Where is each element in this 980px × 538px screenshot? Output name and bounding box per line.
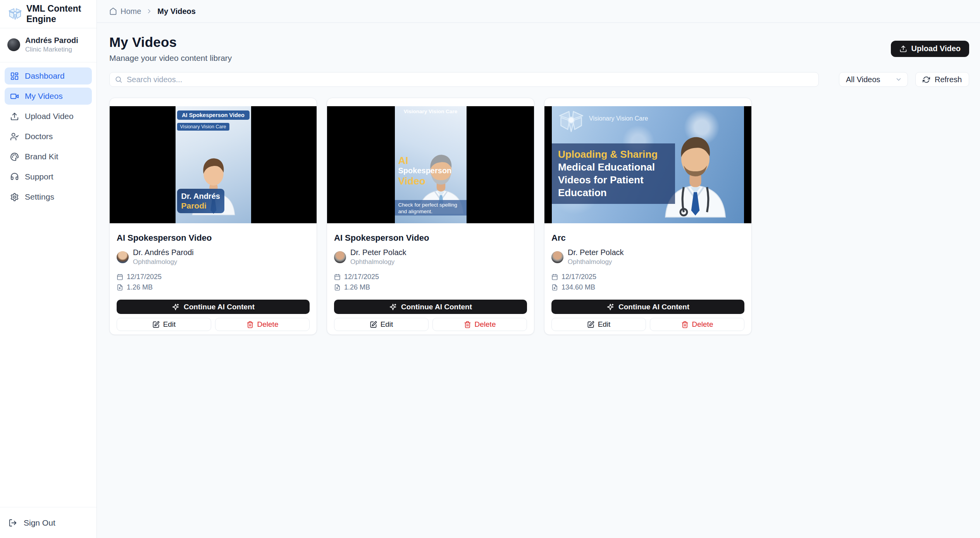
sidebar-item-label: Brand Kit <box>25 152 58 161</box>
video-meta: 12/17/2025 1.26 MB <box>334 273 527 291</box>
video-meta: 12/17/2025 134.60 MB <box>551 273 744 291</box>
video-card: Visionary Vision Care Uploading & Sharin… <box>544 98 752 335</box>
sidebar-item-dashboard[interactable]: Dashboard <box>5 67 92 84</box>
thumb-headline-line2: Spokesperson <box>398 166 452 176</box>
video-size: 1.26 MB <box>344 283 370 291</box>
doctor-row: Dr. Peter Polack Ophthalmology <box>334 248 527 266</box>
thumbnail-frame: AI Spokesperson Video Visionary Vision C… <box>176 106 251 223</box>
video-meta: 12/17/2025 1.26 MB <box>117 273 310 291</box>
breadcrumb-home-label: Home <box>121 7 141 16</box>
sidebar-nav: Dashboard My Videos Upload Video Doctors <box>0 62 96 507</box>
sidebar-item-doctors[interactable]: Doctors <box>5 128 92 145</box>
video-grid: AI Spokesperson Video Visionary Vision C… <box>109 98 969 335</box>
continue-ai-content-button[interactable]: Continue AI Content <box>334 300 527 314</box>
app-title: VML Content Engine <box>26 3 91 24</box>
video-thumbnail[interactable]: Visionary Vision Care AI Spokesperson Vi… <box>327 106 534 223</box>
avatar <box>334 251 346 263</box>
refresh-label: Refresh <box>935 75 962 84</box>
thumb-headline-line3: Video <box>398 176 452 186</box>
videos-filter-select[interactable]: All Videos <box>839 72 908 87</box>
user-name: Andrés Parodi <box>25 36 78 45</box>
edit-label: Edit <box>163 320 176 329</box>
video-icon <box>10 92 19 101</box>
thumb-headline-line2: Medical Educational <box>558 161 675 174</box>
topbar: Home My Videos <box>97 0 980 23</box>
user-role: Clinic Marketing <box>25 46 78 53</box>
toolbar: All Videos Refresh <box>109 72 969 87</box>
thumb-caption: Check for perfect spelling and alignment… <box>395 200 467 216</box>
thumb-clinic-text: Visionary Vision Care <box>395 109 467 114</box>
sidebar-item-label: Doctors <box>25 132 53 141</box>
page-content: My Videos Manage your video content libr… <box>97 23 980 335</box>
sidebar-item-label: Settings <box>25 192 54 202</box>
app-logo-icon <box>8 7 22 21</box>
edit-label: Edit <box>598 320 611 329</box>
dashboard-icon <box>10 72 19 81</box>
edit-label: Edit <box>381 320 393 329</box>
thumb-doctor-name-line1: Dr. Andrés <box>181 191 220 201</box>
main-area: Home My Videos My Videos Manage your vid… <box>97 0 980 538</box>
video-date: 12/17/2025 <box>561 273 596 281</box>
doctors-icon <box>10 132 19 141</box>
edit-icon <box>370 321 377 328</box>
page-title: My Videos <box>109 34 232 50</box>
sidebar-item-upload-video[interactable]: Upload Video <box>5 108 92 125</box>
sidebar-item-label: Dashboard <box>25 71 65 81</box>
thumb-headline: AI Spokesperson Video <box>398 155 452 186</box>
thumb-headline-line3: Videos for Patient <box>558 174 675 186</box>
file-icon <box>334 284 341 291</box>
edit-icon <box>587 321 594 328</box>
delete-button[interactable]: Delete <box>432 318 527 331</box>
file-icon <box>551 284 558 291</box>
thumb-clinic-badge: Visionary Vision Care <box>177 123 229 131</box>
file-icon <box>117 284 123 291</box>
videos-filter-value: All Videos <box>846 75 880 84</box>
thumb-title-badge: AI Spokesperson Video <box>177 110 250 120</box>
refresh-button[interactable]: Refresh <box>915 72 969 87</box>
continue-ai-content-button[interactable]: Continue AI Content <box>117 300 310 314</box>
sidebar-item-settings[interactable]: Settings <box>5 188 92 205</box>
sidebar-item-label: Support <box>25 172 53 181</box>
avatar <box>551 251 563 263</box>
card-body: AI Spokesperson Video Dr. Andrés Parodi … <box>110 223 317 331</box>
sidebar-item-my-videos[interactable]: My Videos <box>5 88 92 105</box>
continue-ai-content-button[interactable]: Continue AI Content <box>551 300 744 314</box>
upload-icon <box>899 45 907 53</box>
doctor-row: Dr. Peter Polack Ophthalmology <box>551 248 744 266</box>
card-body: Arc Dr. Peter Polack Ophthalmology <box>544 223 751 331</box>
edit-button[interactable]: Edit <box>551 318 646 331</box>
delete-button[interactable]: Delete <box>650 318 744 331</box>
delete-button[interactable]: Delete <box>215 318 310 331</box>
edit-button[interactable]: Edit <box>117 318 211 331</box>
upload-video-button[interactable]: Upload Video <box>891 41 969 57</box>
video-thumbnail[interactable]: Visionary Vision Care Uploading & Sharin… <box>544 106 751 223</box>
doctor-specialty: Ophthalmology <box>350 258 406 266</box>
trash-icon <box>464 321 471 328</box>
sidebar-item-brand-kit[interactable]: Brand Kit <box>5 148 92 165</box>
video-thumbnail[interactable]: AI Spokesperson Video Visionary Vision C… <box>110 106 317 223</box>
calendar-icon <box>551 274 558 280</box>
sidebar-item-support[interactable]: Support <box>5 168 92 185</box>
trash-icon <box>681 321 689 328</box>
sign-out-button[interactable]: Sign Out <box>0 507 96 538</box>
page-header: My Videos Manage your video content libr… <box>109 34 969 63</box>
sparkles-icon <box>389 303 397 311</box>
palette-icon <box>10 152 19 161</box>
continue-ai-content-label: Continue AI Content <box>184 303 255 311</box>
clinic-logo-icon <box>557 109 585 133</box>
thumbnail-frame: Visionary Vision Care Uploading & Sharin… <box>552 106 744 223</box>
thumb-headline-line1: AI <box>398 155 452 166</box>
page-subtitle: Manage your video content library <box>109 53 232 63</box>
sparkles-icon <box>606 303 614 311</box>
doctor-row: Dr. Andrés Parodi Ophthalmology <box>117 248 310 266</box>
breadcrumb-home[interactable]: Home <box>109 7 141 16</box>
thumb-headline-line4: Education <box>558 186 675 199</box>
headset-icon <box>10 172 19 181</box>
edit-button[interactable]: Edit <box>334 318 429 331</box>
thumb-doctor-name-line2: Parodi <box>181 201 220 210</box>
search-input[interactable] <box>127 75 813 84</box>
app-root: VML Content Engine Andrés Parodi Clinic … <box>0 0 980 538</box>
continue-ai-content-label: Continue AI Content <box>401 303 472 311</box>
video-date: 12/17/2025 <box>344 273 379 281</box>
thumbnail-frame: Visionary Vision Care AI Spokesperson Vi… <box>395 106 467 223</box>
